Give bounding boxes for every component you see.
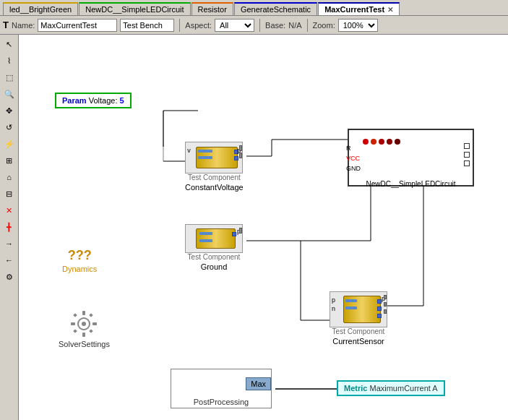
- delete-tool[interactable]: ✕: [1, 202, 17, 218]
- connect-tool[interactable]: ⚡: [1, 136, 17, 152]
- max-button[interactable]: Max: [246, 377, 271, 390]
- svg-rect-22: [92, 322, 97, 325]
- cv-title: Test Component: [188, 173, 241, 181]
- param-value: 5: [120, 96, 124, 105]
- cross-tool[interactable]: ╋: [1, 219, 17, 235]
- tab-newdc[interactable]: NewDC__SimpleLEDCircuit: [79, 2, 190, 15]
- param-name: Voltage:: [89, 96, 120, 105]
- tab-maxcurrent[interactable]: MaxCurrentTest ✕: [318, 2, 400, 15]
- sidebar: ↖ ⌇ ⬚ 🔍 ✥ ↺ ⚡ ⊞ ⌂ ⊟ ✕ ╋ → ← ⚙: [0, 35, 19, 420]
- ground-inner[interactable]: p: [185, 224, 243, 253]
- separator-3: [307, 19, 308, 32]
- gear-icon[interactable]: [69, 309, 98, 338]
- zoom-label: Zoom:: [313, 21, 335, 30]
- tab-close-icon[interactable]: ✕: [387, 6, 393, 14]
- dynamics-label: Dynamics: [62, 265, 97, 273]
- svg-point-18: [82, 322, 86, 326]
- tab-generate-label: GenerateSchematic: [241, 5, 311, 14]
- toolbar: T Name: Aspect: All Base: N/A Zoom: 100%: [0, 16, 508, 35]
- grid-tool[interactable]: ⊟: [1, 186, 17, 202]
- tab-newdc-label: NewDC__SimpleLEDCircuit: [85, 5, 184, 14]
- post-processing-box[interactable]: Max PostProcessing: [171, 369, 272, 408]
- gnd-label: Ground: [201, 262, 228, 271]
- name-input[interactable]: [38, 19, 117, 32]
- tab-resistor[interactable]: Resistor: [191, 2, 233, 15]
- solver-settings-block: SolverSettings: [59, 309, 110, 348]
- dynamics-block: ??? Dynamics: [62, 248, 97, 273]
- metric-keyword: Metric: [344, 384, 367, 393]
- aspect-label: Aspect:: [185, 21, 212, 30]
- aspect-select[interactable]: All: [215, 19, 254, 32]
- cs-title: Test Component: [332, 327, 385, 335]
- metric-label: MaximumCurrent A: [369, 384, 437, 393]
- arrow-right-tool[interactable]: →: [1, 236, 17, 252]
- svg-rect-19: [82, 311, 85, 315]
- svg-rect-25: [74, 329, 78, 333]
- tab-resistor-label: Resistor: [198, 5, 227, 14]
- current-sensor-inner[interactable]: p n p: [330, 291, 387, 327]
- tab-maxcurrent-label: MaxCurrentTest: [324, 5, 384, 14]
- param-keyword: Param: [62, 96, 87, 105]
- solver-label: SolverSettings: [59, 340, 110, 348]
- add-component-tool[interactable]: ⊞: [1, 153, 17, 168]
- base-value: N/A: [288, 21, 301, 30]
- tab-led[interactable]: led__BrightGreen: [3, 2, 78, 15]
- newdc-r-label: R: [346, 145, 351, 152]
- toolbar-t-icon: T: [3, 20, 9, 30]
- cs-pin-p: p: [332, 296, 335, 304]
- newdc-gnd-label: GND: [346, 165, 361, 172]
- select-tool[interactable]: ⬚: [1, 69, 17, 85]
- separator-1: [179, 19, 180, 32]
- svg-rect-26: [90, 329, 94, 333]
- postproc-label: PostProcessing: [171, 398, 271, 408]
- gnd-title: Test Component: [188, 253, 241, 261]
- param-voltage-box[interactable]: Param Voltage: 5: [55, 93, 132, 108]
- svg-rect-23: [74, 313, 78, 317]
- current-sensor-block: p n p Test Component CurrentSensor: [330, 291, 387, 346]
- newdc-label: NewDC__SimpleLEDCircuit: [352, 180, 470, 188]
- constant-voltage-block: v p Test Component ConstantVoltage: [185, 142, 244, 192]
- rotate-tool[interactable]: ↺: [1, 119, 17, 135]
- metric-box[interactable]: Metric MaximumCurrent A: [337, 380, 445, 396]
- pan-tool[interactable]: ✥: [1, 103, 17, 119]
- cv-pin-v: v: [187, 147, 191, 154]
- tab-bar: led__BrightGreen NewDC__SimpleLEDCircuit…: [0, 0, 508, 16]
- arrow-left-tool[interactable]: ←: [1, 252, 17, 268]
- main-area: ↖ ⌇ ⬚ 🔍 ✥ ↺ ⚡ ⊞ ⌂ ⊟ ✕ ╋ → ← ⚙: [0, 35, 508, 420]
- cv-label: ConstantVoltage: [185, 183, 244, 192]
- separator-2: [259, 19, 260, 32]
- newdc-circuit-box[interactable]: R VCC GND NewDC__SimpleLEDCircuit: [348, 129, 474, 187]
- newdc-vcc-label: VCC: [346, 155, 360, 162]
- cursor-tool[interactable]: ↖: [1, 36, 17, 52]
- name-label: Name:: [12, 21, 35, 30]
- cs-label: CurrentSensor: [332, 337, 384, 346]
- tab-led-label: led__BrightGreen: [9, 5, 72, 14]
- base-label: Base:: [265, 21, 285, 30]
- svg-rect-20: [82, 333, 85, 337]
- constant-voltage-inner[interactable]: v p: [185, 142, 243, 173]
- type-input[interactable]: [120, 19, 174, 32]
- canvas: Param Voltage: 5 v p: [19, 35, 508, 420]
- dynamics-icon[interactable]: ???: [68, 248, 92, 263]
- tab-generate[interactable]: GenerateSchematic: [234, 2, 317, 15]
- cs-pin-n: n: [332, 305, 335, 312]
- wire-tool[interactable]: ⌇: [1, 53, 17, 69]
- zoom-select[interactable]: 100%: [338, 19, 378, 32]
- ground-block: p Test Component Ground: [185, 224, 243, 271]
- svg-rect-24: [90, 313, 94, 317]
- svg-rect-21: [71, 322, 75, 325]
- zoom-tool[interactable]: 🔍: [1, 86, 17, 102]
- settings-tool[interactable]: ⚙: [1, 269, 17, 285]
- home-tool[interactable]: ⌂: [1, 169, 17, 185]
